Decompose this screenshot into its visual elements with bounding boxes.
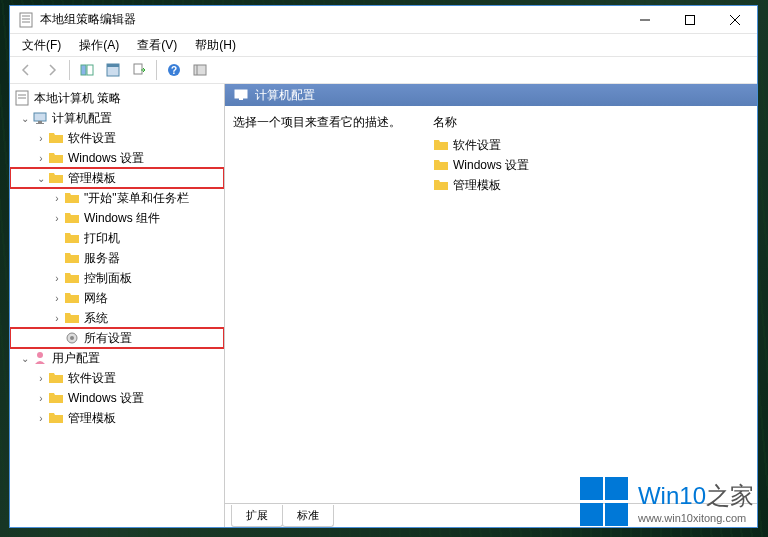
properties-button[interactable] xyxy=(101,58,125,82)
items-column: 名称 软件设置 Windows 设置 管理模板 xyxy=(433,114,749,495)
tree-user-config[interactable]: ⌄ 用户配置 xyxy=(10,348,224,368)
folder-icon xyxy=(48,410,64,426)
computer-icon xyxy=(233,87,249,103)
folder-icon xyxy=(64,210,80,226)
folder-icon xyxy=(64,270,80,286)
user-icon xyxy=(32,350,48,366)
show-hide-tree-button[interactable] xyxy=(75,58,99,82)
svg-rect-15 xyxy=(194,65,206,75)
svg-rect-11 xyxy=(107,64,119,67)
folder-icon xyxy=(64,290,80,306)
tree-printers[interactable]: 打印机 xyxy=(10,228,224,248)
tree-software-settings[interactable]: › 软件设置 xyxy=(10,128,224,148)
tree-all-settings[interactable]: 所有设置 xyxy=(10,328,224,348)
tree-system[interactable]: › 系统 xyxy=(10,308,224,328)
menu-help[interactable]: 帮助(H) xyxy=(187,35,244,56)
svg-rect-8 xyxy=(81,65,86,75)
filter-button[interactable] xyxy=(188,58,212,82)
svg-point-25 xyxy=(37,352,43,358)
gpedit-window: 本地组策略编辑器 文件(F) 操作(A) 查看(V) 帮助(H) ? 本地计算机… xyxy=(9,5,758,528)
folder-icon xyxy=(48,130,64,146)
tab-standard[interactable]: 标准 xyxy=(282,505,334,527)
svg-rect-21 xyxy=(38,121,42,123)
svg-text:?: ? xyxy=(171,65,177,76)
svg-rect-5 xyxy=(685,15,694,24)
details-panel: 计算机配置 选择一个项目来查看它的描述。 名称 软件设置 Windows 设置 xyxy=(225,84,757,527)
tab-extended[interactable]: 扩展 xyxy=(231,505,283,527)
expand-icon[interactable]: › xyxy=(34,131,48,145)
folder-icon xyxy=(48,170,64,186)
folder-icon xyxy=(433,137,449,153)
collapse-icon[interactable]: ⌄ xyxy=(18,351,32,365)
menubar: 文件(F) 操作(A) 查看(V) 帮助(H) xyxy=(10,34,757,56)
menu-view[interactable]: 查看(V) xyxy=(129,35,185,56)
tree-user-software-settings[interactable]: › 软件设置 xyxy=(10,368,224,388)
expand-icon[interactable]: › xyxy=(50,291,64,305)
description-text: 选择一个项目来查看它的描述。 xyxy=(233,115,401,129)
nav-forward-button xyxy=(40,58,64,82)
expand-icon[interactable]: › xyxy=(50,271,64,285)
settings-icon xyxy=(64,330,80,346)
folder-icon xyxy=(433,177,449,193)
details-header: 计算机配置 xyxy=(225,84,757,106)
folder-icon xyxy=(48,390,64,406)
tree-panel[interactable]: 本地计算机 策略 ⌄ 计算机配置 › 软件设置 › Windows 设置 xyxy=(10,84,225,527)
list-item-software[interactable]: 软件设置 xyxy=(433,135,749,155)
help-button[interactable]: ? xyxy=(162,58,186,82)
windows-logo-icon xyxy=(580,477,630,527)
tree-computer-config[interactable]: ⌄ 计算机配置 xyxy=(10,108,224,128)
tree-user-admin-templates[interactable]: › 管理模板 xyxy=(10,408,224,428)
export-button[interactable] xyxy=(127,58,151,82)
menu-action[interactable]: 操作(A) xyxy=(71,35,127,56)
collapse-icon[interactable]: ⌄ xyxy=(34,171,48,185)
expand-icon[interactable]: › xyxy=(34,411,48,425)
svg-point-24 xyxy=(70,336,74,340)
titlebar: 本地组策略编辑器 xyxy=(10,6,757,34)
tree-admin-templates[interactable]: ⌄ 管理模板 xyxy=(10,168,224,188)
folder-icon xyxy=(64,250,80,266)
folder-icon xyxy=(64,190,80,206)
tree-root[interactable]: 本地计算机 策略 xyxy=(10,88,224,108)
tree-servers[interactable]: 服务器 xyxy=(10,248,224,268)
folder-icon xyxy=(64,230,80,246)
list-item-admin[interactable]: 管理模板 xyxy=(433,175,749,195)
app-icon xyxy=(18,12,34,28)
collapse-icon[interactable]: ⌄ xyxy=(18,111,32,125)
expand-icon[interactable]: › xyxy=(50,191,64,205)
list-item-windows[interactable]: Windows 设置 xyxy=(433,155,749,175)
computer-icon xyxy=(32,110,48,126)
policy-icon xyxy=(14,90,30,106)
minimize-button[interactable] xyxy=(622,6,667,33)
watermark-url: www.win10xitong.com xyxy=(638,512,754,524)
svg-rect-9 xyxy=(87,65,93,75)
tree-start-menu[interactable]: › "开始"菜单和任务栏 xyxy=(10,188,224,208)
folder-icon xyxy=(48,150,64,166)
tree-network[interactable]: › 网络 xyxy=(10,288,224,308)
expand-icon[interactable]: › xyxy=(34,391,48,405)
svg-rect-20 xyxy=(34,113,46,121)
tree-windows-components[interactable]: › Windows 组件 xyxy=(10,208,224,228)
tree-control-panel[interactable]: › 控制面板 xyxy=(10,268,224,288)
tree-windows-settings[interactable]: › Windows 设置 xyxy=(10,148,224,168)
svg-rect-26 xyxy=(235,90,247,98)
folder-icon xyxy=(433,157,449,173)
svg-rect-12 xyxy=(134,64,142,74)
folder-icon xyxy=(64,310,80,326)
menu-file[interactable]: 文件(F) xyxy=(14,35,69,56)
expand-icon[interactable]: › xyxy=(34,151,48,165)
watermark: Win10之家 www.win10xitong.com xyxy=(580,477,754,527)
expand-icon[interactable]: › xyxy=(50,311,64,325)
expand-icon[interactable]: › xyxy=(50,211,64,225)
svg-rect-22 xyxy=(36,123,44,124)
column-header-name[interactable]: 名称 xyxy=(433,114,749,135)
svg-rect-27 xyxy=(239,98,243,100)
svg-rect-0 xyxy=(20,13,32,27)
watermark-brand: Win10 xyxy=(638,482,706,509)
window-title: 本地组策略编辑器 xyxy=(40,11,622,28)
tree-user-windows-settings[interactable]: › Windows 设置 xyxy=(10,388,224,408)
folder-icon xyxy=(48,370,64,386)
expand-icon[interactable]: › xyxy=(34,371,48,385)
close-button[interactable] xyxy=(712,6,757,33)
maximize-button[interactable] xyxy=(667,6,712,33)
details-title: 计算机配置 xyxy=(255,87,315,104)
